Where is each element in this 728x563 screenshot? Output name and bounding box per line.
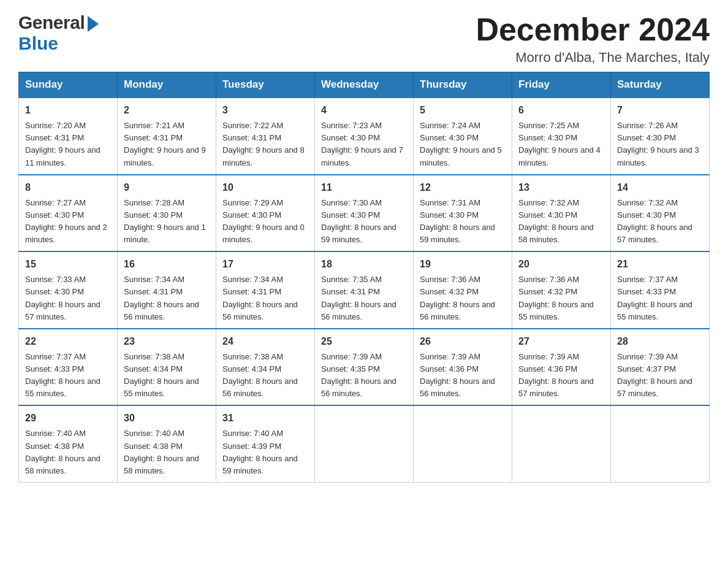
calendar-cell: 4 Sunrise: 7:23 AMSunset: 4:30 PMDayligh… (315, 98, 414, 175)
day-info: Sunrise: 7:38 AMSunset: 4:34 PMDaylight:… (222, 351, 308, 400)
day-info: Sunrise: 7:23 AMSunset: 4:30 PMDaylight:… (321, 120, 407, 169)
day-info: Sunrise: 7:21 AMSunset: 4:31 PMDaylight:… (124, 120, 210, 169)
calendar-cell: 22 Sunrise: 7:37 AMSunset: 4:33 PMDaylig… (19, 329, 118, 406)
day-info: Sunrise: 7:20 AMSunset: 4:31 PMDaylight:… (25, 120, 111, 169)
calendar-cell: 7 Sunrise: 7:26 AMSunset: 4:30 PMDayligh… (611, 98, 710, 175)
day-info: Sunrise: 7:34 AMSunset: 4:31 PMDaylight:… (124, 274, 210, 323)
day-number: 28 (617, 334, 703, 349)
day-info: Sunrise: 7:28 AMSunset: 4:30 PMDaylight:… (124, 197, 210, 247)
day-number: 30 (124, 411, 210, 426)
calendar-cell: 13 Sunrise: 7:32 AMSunset: 4:30 PMDaylig… (512, 175, 611, 252)
day-info: Sunrise: 7:31 AMSunset: 4:30 PMDaylight:… (420, 197, 506, 247)
calendar-cell: 17 Sunrise: 7:34 AMSunset: 4:31 PMDaylig… (216, 251, 315, 329)
day-info: Sunrise: 7:27 AMSunset: 4:30 PMDaylight:… (25, 197, 111, 247)
calendar-cell: 27 Sunrise: 7:39 AMSunset: 4:36 PMDaylig… (512, 329, 611, 406)
calendar-cell: 30 Sunrise: 7:40 AMSunset: 4:38 PMDaylig… (118, 405, 216, 482)
calendar-cell: 25 Sunrise: 7:39 AMSunset: 4:35 PMDaylig… (315, 329, 414, 406)
calendar-cell (611, 405, 710, 482)
day-number: 23 (124, 334, 210, 349)
day-number: 16 (124, 257, 210, 272)
calendar-cell: 23 Sunrise: 7:38 AMSunset: 4:34 PMDaylig… (118, 329, 216, 406)
col-header-thursday: Thursday (414, 72, 512, 98)
day-number: 6 (518, 103, 604, 118)
day-info: Sunrise: 7:36 AMSunset: 4:32 PMDaylight:… (518, 274, 604, 323)
day-number: 10 (222, 180, 308, 195)
day-number: 26 (420, 334, 506, 349)
calendar-header-row: SundayMondayTuesdayWednesdayThursdayFrid… (19, 72, 710, 98)
day-info: Sunrise: 7:32 AMSunset: 4:30 PMDaylight:… (518, 197, 604, 247)
calendar-cell: 18 Sunrise: 7:35 AMSunset: 4:31 PMDaylig… (315, 251, 414, 329)
calendar-week-row: 22 Sunrise: 7:37 AMSunset: 4:33 PMDaylig… (19, 329, 710, 406)
day-number: 12 (420, 180, 506, 195)
day-info: Sunrise: 7:40 AMSunset: 4:38 PMDaylight:… (124, 427, 210, 477)
day-info: Sunrise: 7:25 AMSunset: 4:30 PMDaylight:… (518, 120, 604, 169)
col-header-wednesday: Wednesday (315, 72, 414, 98)
logo-general-text: General (18, 12, 85, 33)
day-info: Sunrise: 7:39 AMSunset: 4:36 PMDaylight:… (420, 351, 506, 400)
day-info: Sunrise: 7:35 AMSunset: 4:31 PMDaylight:… (321, 274, 407, 323)
title-block: December 2024 Morro d'Alba, The Marches,… (476, 12, 710, 66)
calendar-week-row: 8 Sunrise: 7:27 AMSunset: 4:30 PMDayligh… (19, 175, 710, 252)
day-info: Sunrise: 7:38 AMSunset: 4:34 PMDaylight:… (124, 351, 210, 400)
logo: General Blue (18, 12, 99, 54)
col-header-sunday: Sunday (19, 72, 118, 98)
day-info: Sunrise: 7:29 AMSunset: 4:30 PMDaylight:… (222, 197, 308, 247)
day-info: Sunrise: 7:40 AMSunset: 4:39 PMDaylight:… (222, 427, 308, 477)
logo-blue-text: Blue (18, 33, 58, 54)
day-number: 15 (25, 257, 111, 272)
day-number: 11 (321, 180, 407, 195)
calendar-cell: 12 Sunrise: 7:31 AMSunset: 4:30 PMDaylig… (414, 175, 512, 252)
page-header: General Blue December 2024 Morro d'Alba,… (18, 12, 710, 66)
day-info: Sunrise: 7:34 AMSunset: 4:31 PMDaylight:… (222, 274, 308, 323)
calendar-cell: 31 Sunrise: 7:40 AMSunset: 4:39 PMDaylig… (216, 405, 315, 482)
day-info: Sunrise: 7:40 AMSunset: 4:38 PMDaylight:… (25, 427, 111, 477)
calendar-cell (414, 405, 512, 482)
calendar-cell: 21 Sunrise: 7:37 AMSunset: 4:33 PMDaylig… (611, 251, 710, 329)
day-number: 29 (25, 411, 111, 426)
day-number: 22 (25, 334, 111, 349)
calendar-cell: 3 Sunrise: 7:22 AMSunset: 4:31 PMDayligh… (216, 98, 315, 175)
day-number: 27 (518, 334, 604, 349)
calendar-cell: 16 Sunrise: 7:34 AMSunset: 4:31 PMDaylig… (118, 251, 216, 329)
day-info: Sunrise: 7:32 AMSunset: 4:30 PMDaylight:… (617, 197, 703, 247)
day-info: Sunrise: 7:24 AMSunset: 4:30 PMDaylight:… (420, 120, 506, 169)
col-header-saturday: Saturday (611, 72, 710, 98)
day-number: 14 (617, 180, 703, 195)
calendar-cell: 2 Sunrise: 7:21 AMSunset: 4:31 PMDayligh… (118, 98, 216, 175)
day-number: 3 (222, 103, 308, 118)
col-header-monday: Monday (118, 72, 216, 98)
calendar-cell: 8 Sunrise: 7:27 AMSunset: 4:30 PMDayligh… (19, 175, 118, 252)
calendar-cell: 20 Sunrise: 7:36 AMSunset: 4:32 PMDaylig… (512, 251, 611, 329)
day-number: 9 (124, 180, 210, 195)
day-number: 31 (222, 411, 308, 426)
day-info: Sunrise: 7:39 AMSunset: 4:36 PMDaylight:… (518, 351, 604, 400)
day-info: Sunrise: 7:22 AMSunset: 4:31 PMDaylight:… (222, 120, 308, 169)
calendar-table: SundayMondayTuesdayWednesdayThursdayFrid… (18, 72, 710, 483)
day-number: 4 (321, 103, 407, 118)
day-number: 25 (321, 334, 407, 349)
day-number: 19 (420, 257, 506, 272)
day-number: 7 (617, 103, 703, 118)
calendar-cell (315, 405, 414, 482)
calendar-cell: 1 Sunrise: 7:20 AMSunset: 4:31 PMDayligh… (19, 98, 118, 175)
day-number: 5 (420, 103, 506, 118)
day-info: Sunrise: 7:37 AMSunset: 4:33 PMDaylight:… (617, 274, 703, 323)
logo-arrow-icon (88, 16, 99, 32)
day-number: 2 (124, 103, 210, 118)
calendar-week-row: 29 Sunrise: 7:40 AMSunset: 4:38 PMDaylig… (19, 405, 710, 482)
day-number: 21 (617, 257, 703, 272)
day-number: 17 (222, 257, 308, 272)
day-info: Sunrise: 7:37 AMSunset: 4:33 PMDaylight:… (25, 351, 111, 400)
day-info: Sunrise: 7:33 AMSunset: 4:30 PMDaylight:… (25, 274, 111, 323)
calendar-cell: 28 Sunrise: 7:39 AMSunset: 4:37 PMDaylig… (611, 329, 710, 406)
day-number: 1 (25, 103, 111, 118)
day-info: Sunrise: 7:30 AMSunset: 4:30 PMDaylight:… (321, 197, 407, 247)
calendar-week-row: 15 Sunrise: 7:33 AMSunset: 4:30 PMDaylig… (19, 251, 710, 329)
calendar-cell: 15 Sunrise: 7:33 AMSunset: 4:30 PMDaylig… (19, 251, 118, 329)
calendar-cell: 9 Sunrise: 7:28 AMSunset: 4:30 PMDayligh… (118, 175, 216, 252)
day-number: 13 (518, 180, 604, 195)
calendar-cell: 5 Sunrise: 7:24 AMSunset: 4:30 PMDayligh… (414, 98, 512, 175)
calendar-cell: 6 Sunrise: 7:25 AMSunset: 4:30 PMDayligh… (512, 98, 611, 175)
day-info: Sunrise: 7:39 AMSunset: 4:35 PMDaylight:… (321, 351, 407, 400)
day-number: 24 (222, 334, 308, 349)
